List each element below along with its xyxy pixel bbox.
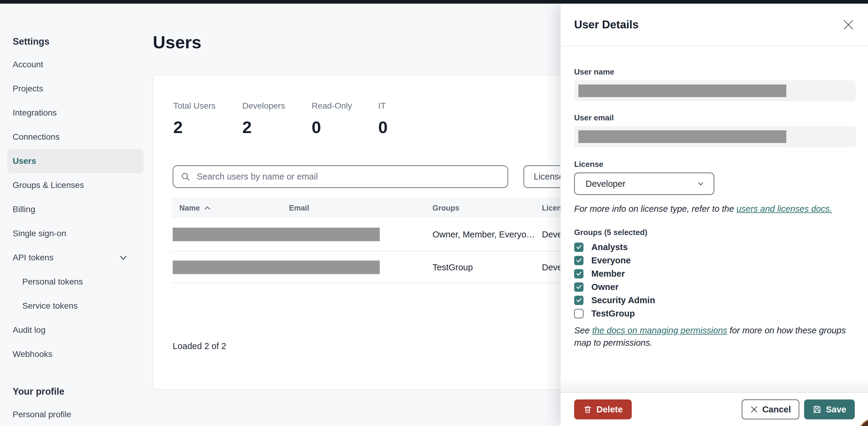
sidebar-item-personal-profile[interactable]: Personal profile xyxy=(7,402,144,426)
managing-permissions-docs-link[interactable]: the docs on managing permissions xyxy=(592,325,727,335)
group-option-owner[interactable]: Owner xyxy=(574,280,855,293)
user-name-field[interactable] xyxy=(574,80,856,102)
checkbox-icon xyxy=(574,256,584,265)
top-app-bar xyxy=(0,0,868,4)
sidebar-section-title-your-profile: Your profile xyxy=(7,385,144,398)
delete-button[interactable]: Delete xyxy=(574,399,632,419)
loaded-status: Loaded 2 of 2 xyxy=(173,341,226,351)
group-option-everyone[interactable]: Everyone xyxy=(574,254,855,267)
license-select[interactable]: Developer xyxy=(574,173,714,195)
sidebar-item-groups-licenses[interactable]: Groups & Licenses xyxy=(7,173,144,197)
license-label: License xyxy=(574,159,855,170)
user-email-field[interactable] xyxy=(574,126,856,147)
drawer-header: User Details xyxy=(561,4,868,47)
sidebar-item-users[interactable]: Users xyxy=(7,149,144,173)
checkbox-icon xyxy=(574,282,584,292)
user-search[interactable] xyxy=(173,165,508,188)
sidebar-item-connections[interactable]: Connections xyxy=(7,125,144,149)
user-email-label: User email xyxy=(574,112,855,123)
sidebar-item-service-tokens[interactable]: Service tokens xyxy=(7,294,144,318)
table-row[interactable]: Owner, Member, Everyo… Developer xyxy=(172,218,580,252)
sidebar-item-billing[interactable]: Billing xyxy=(7,197,144,222)
users-and-licenses-docs-link[interactable]: users and licenses docs. xyxy=(736,204,832,214)
redacted-name-email xyxy=(173,260,380,274)
group-option-member[interactable]: Member xyxy=(574,267,855,280)
user-name-label: User name xyxy=(574,66,855,77)
trash-icon xyxy=(583,405,592,414)
group-option-testgroup[interactable]: TestGroup xyxy=(574,307,855,320)
checkbox-icon xyxy=(574,296,584,305)
table-row[interactable]: TestGroup Developer xyxy=(172,252,580,283)
save-button[interactable]: Save xyxy=(804,399,855,419)
redacted-name-email xyxy=(173,228,380,242)
stat-it: IT 0 xyxy=(378,101,388,137)
redacted-user-name xyxy=(578,84,786,97)
settings-sidebar: Settings Account Projects Integrations C… xyxy=(7,4,144,426)
cell-groups: TestGroup xyxy=(433,262,473,272)
stat-developers: Developers 2 xyxy=(242,101,285,137)
stat-read-only: Read-Only 0 xyxy=(312,101,352,137)
users-table: Name Email Groups License Owner, Member,… xyxy=(172,198,580,283)
license-note: For more info on license type, refer to … xyxy=(574,203,855,215)
checkbox-icon xyxy=(574,243,584,252)
sidebar-item-projects[interactable]: Projects xyxy=(7,77,144,101)
search-icon xyxy=(181,172,191,182)
sidebar-section-title-settings: Settings xyxy=(7,35,144,48)
checkbox-icon xyxy=(574,269,584,279)
drawer-footer: Delete Cancel Save xyxy=(561,392,868,426)
sidebar-item-audit-log[interactable]: Audit log xyxy=(7,318,144,342)
checkbox-icon xyxy=(574,309,584,318)
sidebar-item-webhooks[interactable]: Webhooks xyxy=(7,342,144,366)
chevron-down-icon xyxy=(119,253,128,262)
sidebar-item-account[interactable]: Account xyxy=(7,53,144,77)
page-title: Users xyxy=(153,32,201,52)
sidebar-item-single-sign-on[interactable]: Single sign-on xyxy=(7,222,144,246)
permissions-note: See the docs on managing permissions for… xyxy=(574,324,861,349)
cancel-button[interactable]: Cancel xyxy=(742,399,799,419)
groups-label: Groups (5 selected) xyxy=(574,227,855,237)
user-details-drawer: User Details User name User email Licens… xyxy=(560,4,868,426)
chevron-down-icon xyxy=(697,180,705,188)
redacted-user-email xyxy=(578,130,786,143)
search-input[interactable] xyxy=(197,172,500,181)
sidebar-item-api-tokens[interactable]: API tokens xyxy=(7,246,144,270)
group-option-security-admin[interactable]: Security Admin xyxy=(574,293,855,307)
groups-checkbox-list: Analysts Everyone Member Owner Security … xyxy=(574,240,855,320)
save-icon xyxy=(812,405,822,414)
x-icon xyxy=(750,405,758,413)
stat-total-users: Total Users 2 xyxy=(173,101,216,137)
close-icon[interactable] xyxy=(841,17,856,32)
table-header-row: Name Email Groups License xyxy=(172,198,580,218)
column-header-groups[interactable]: Groups xyxy=(433,198,459,218)
column-header-name[interactable]: Name xyxy=(179,198,211,218)
sidebar-item-integrations[interactable]: Integrations xyxy=(7,101,144,125)
column-header-email[interactable]: Email xyxy=(289,198,309,218)
drawer-body: User name User email License Developer F… xyxy=(561,47,868,392)
sort-ascending-icon xyxy=(204,206,211,210)
sidebar-item-personal-tokens[interactable]: Personal tokens xyxy=(7,270,144,294)
group-option-analysts[interactable]: Analysts xyxy=(574,240,855,254)
cell-groups: Owner, Member, Everyo… xyxy=(433,230,535,239)
drawer-title: User Details xyxy=(574,19,639,31)
users-card: Total Users 2 Developers 2 Read-Only 0 I… xyxy=(153,75,581,390)
